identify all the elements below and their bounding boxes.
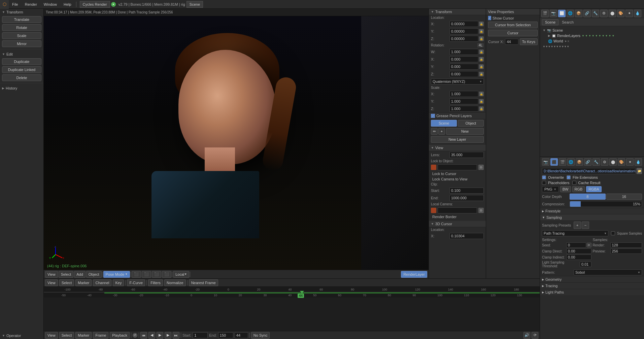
cache-check[interactable] xyxy=(572,181,576,185)
tl-normalize-btn[interactable]: Normalize xyxy=(164,279,186,286)
to-keys-btn[interactable]: To Keys xyxy=(520,38,538,45)
scale-x-lock[interactable]: 🔒 xyxy=(479,92,484,96)
physics-icon[interactable]: 💧 xyxy=(634,10,641,17)
delete-button[interactable]: Delete xyxy=(2,74,41,81)
scale-z-lock[interactable]: 🔒 xyxy=(479,106,484,111)
show-cursor-check[interactable]: ✓ xyxy=(488,16,491,20)
render-samples-field[interactable]: 128 xyxy=(610,242,642,248)
loc-z-field[interactable]: 0.00000 xyxy=(449,36,478,42)
audio-btn[interactable]: 🔊 xyxy=(523,332,530,339)
object-tab-btn[interactable]: Object xyxy=(458,120,484,127)
loc-y-lock[interactable]: 🔒 xyxy=(479,29,484,34)
tree-item-world[interactable]: 🌐 World ➤ X xyxy=(541,38,643,44)
rot-w-field[interactable]: 1.000 xyxy=(449,49,478,55)
presets-add-btn[interactable]: + xyxy=(574,222,581,229)
file-ext-check[interactable]: ✓ xyxy=(567,175,571,179)
local-space-btn[interactable]: Local ▼ xyxy=(173,271,189,278)
cursor-from-selection-btn[interactable]: Cursor from Selection xyxy=(488,22,538,28)
clamp-direct-field[interactable]: 0.00 xyxy=(566,248,591,254)
pattern-dropdown[interactable]: Sobol ▼ xyxy=(574,269,642,275)
loop-icon[interactable]: ↺ xyxy=(133,333,137,338)
tree-item-renderlayers[interactable]: ▶ 🔲 RenderLayers ▼ ▼ ▼ ▼ ▼ ▼ ▼ ▼ ▼ ▼ xyxy=(541,33,643,38)
obj-icon-btn[interactable]: 📦 xyxy=(576,158,583,166)
toolbar-icon-4[interactable]: ⬛ xyxy=(162,271,171,278)
transform-section-header[interactable]: ▼ Transform xyxy=(0,9,43,15)
pose-mode-btn[interactable]: Pose Mode ▼ xyxy=(103,271,130,278)
tl-fcurve-btn[interactable]: F-Curve xyxy=(127,279,145,286)
scene-icon-btn[interactable]: 🎬 xyxy=(559,158,566,166)
clamp-indirect-field[interactable]: 0.00 xyxy=(566,255,591,260)
timeline-body[interactable]: -100 -80 -60 -40 -20 0 20 40 60 80 100 1… xyxy=(44,287,540,331)
operator-section-header[interactable]: ▼ Operator xyxy=(0,332,43,339)
tex-icon-btn[interactable]: 🎨 xyxy=(618,158,625,166)
cursor-btn[interactable]: Cursor xyxy=(488,30,538,36)
current-frame-field[interactable]: 44 xyxy=(235,332,248,338)
mat-icon-btn[interactable]: ⬤ xyxy=(609,158,617,166)
render-layer-btn[interactable]: RenderLayer xyxy=(401,271,427,278)
con-icon-btn[interactable]: 🔗 xyxy=(584,158,591,166)
edit-section-header[interactable]: ▼ Edit xyxy=(0,51,43,58)
mod-icon-btn[interactable]: 🔧 xyxy=(592,158,600,166)
menu-help[interactable]: Help xyxy=(60,0,75,8)
world-icon-btn[interactable]: 🌐 xyxy=(567,158,575,166)
seed-random-btn[interactable]: ⟳ xyxy=(587,243,591,247)
toolbar-icon-1[interactable]: ⬛ xyxy=(132,271,141,278)
object-menu-btn[interactable]: Object xyxy=(86,271,102,278)
render-active-icon-btn[interactable]: ⬛ xyxy=(550,158,558,166)
tl-nearest-frame-btn[interactable]: Nearest Frame xyxy=(189,279,218,286)
grease-pencil-check[interactable]: ✓ xyxy=(431,114,435,118)
grease-pencil-toggle[interactable]: ✓ Grease Pencil Layers xyxy=(429,112,486,119)
jump-start-btn[interactable]: ⏮ xyxy=(140,332,147,339)
depth-16-btn[interactable]: 16 xyxy=(606,194,642,200)
menu-window[interactable]: Window xyxy=(40,0,60,8)
toolbar-icon-2[interactable]: ⬛ xyxy=(142,271,151,278)
rot-z-lock[interactable]: 🔒 xyxy=(479,72,484,76)
rotate-button[interactable]: Rotate xyxy=(2,24,41,31)
rgba-btn[interactable]: RGBA xyxy=(586,186,601,192)
scale-y-field[interactable]: 1.000 xyxy=(449,98,478,104)
light-sampling-field[interactable]: 0.01 xyxy=(580,262,591,267)
clip-start-field[interactable]: 0.100 xyxy=(449,188,484,194)
material-icon[interactable]: ⬤ xyxy=(609,10,616,17)
render-icon-btn[interactable]: 📷 xyxy=(542,158,549,166)
square-samples-check[interactable] xyxy=(611,231,615,235)
duplicate-button[interactable]: Duplicate xyxy=(2,58,41,65)
tl-view-bottom-btn[interactable]: View xyxy=(45,332,58,339)
scene-tab[interactable]: Scene xyxy=(187,1,203,8)
part-icon-btn[interactable]: ✦ xyxy=(626,158,634,166)
data-icon-btn[interactable]: ⚙ xyxy=(601,158,608,166)
phys-icon-btn[interactable]: 💧 xyxy=(635,158,642,166)
tl-playback-btn[interactable]: Playback xyxy=(110,332,130,339)
rot-y-lock[interactable]: 🔒 xyxy=(479,64,484,69)
plus-icon-btn[interactable]: + xyxy=(438,128,445,135)
scale-z-field[interactable]: 1.000 xyxy=(449,106,478,112)
scene-tab-btn[interactable]: Scene xyxy=(431,120,457,127)
format-dropdown[interactable]: PNG ▼ xyxy=(542,186,559,192)
browse-output-btn[interactable]: 📁 xyxy=(637,168,642,174)
next-frame-btn[interactable]: ▶ xyxy=(165,332,171,339)
compression-bar[interactable]: 15% xyxy=(570,201,642,207)
lock-obj-field[interactable] xyxy=(438,164,477,170)
jump-end-btn[interactable]: ⏭ xyxy=(173,332,179,339)
world-props-icon[interactable]: 🌐 xyxy=(567,10,574,17)
start-frame-field[interactable]: 1 xyxy=(193,332,208,338)
rot-w-lock[interactable]: 🔒 xyxy=(479,49,484,54)
history-section-header[interactable]: ▶ History xyxy=(0,85,43,92)
rot-x-field[interactable]: 0.000 xyxy=(449,56,478,62)
cursor-x-field[interactable]: 0.10304 xyxy=(449,233,484,239)
local-cam-field[interactable] xyxy=(438,207,477,213)
texture-icon[interactable]: 🎨 xyxy=(617,10,624,17)
scale-button[interactable]: Scale xyxy=(2,32,41,39)
bw-btn[interactable]: BW xyxy=(560,186,571,192)
select-menu-btn[interactable]: Select xyxy=(59,271,74,278)
output-path-field[interactable]: D:\Blender\Bachelorarbeit\Charact...otio… xyxy=(542,168,636,174)
tl-filters-btn[interactable]: Filters xyxy=(148,279,163,286)
new-layer-btn[interactable]: New Layer xyxy=(431,136,484,143)
tree-item-scene[interactable]: ▼ 📷 Scene xyxy=(541,28,643,33)
quaternion-dropdown[interactable]: Quaternion (WXYZ) ▼ xyxy=(431,78,484,84)
render-props-icon[interactable]: 📷 xyxy=(550,10,557,17)
new-gp-btn[interactable]: New xyxy=(446,128,484,135)
modifier-icon[interactable]: 🔧 xyxy=(592,10,599,17)
data-icon[interactable]: ⚙ xyxy=(600,10,608,17)
tl-key-btn[interactable]: Key xyxy=(113,279,124,286)
